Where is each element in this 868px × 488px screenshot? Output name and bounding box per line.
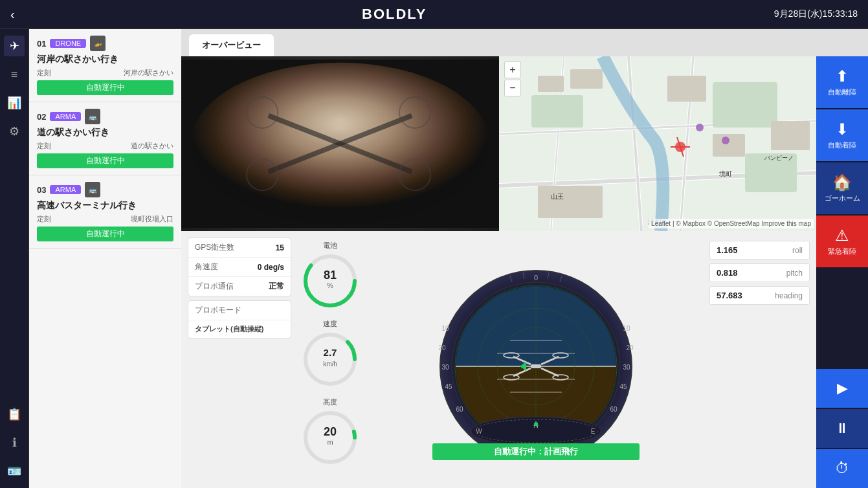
emergency-label: 緊急着陸 bbox=[828, 247, 856, 256]
svg-rect-29 bbox=[771, 121, 810, 150]
fleet-status-01: 自動運行中 bbox=[37, 80, 173, 95]
go-home-button[interactable]: 🏠 ゴーホーム bbox=[816, 162, 868, 214]
fleet-route-01: 河岸の駅さかい行き bbox=[37, 54, 173, 65]
gps-card: GPS衛生数 15 角速度 0 deg/s プロポ通信 bbox=[188, 238, 291, 296]
svg-rect-23 bbox=[713, 82, 777, 128]
svg-text:20: 20 bbox=[324, 425, 337, 438]
sidebar-item-settings[interactable]: ⚙ bbox=[4, 121, 25, 142]
sidebar-item-info[interactable]: ℹ bbox=[4, 432, 25, 453]
fleet-item-03[interactable]: 03 ARMA 🚌 高速バスターミナル行き 定刻 境町役場入口 自動運行中 bbox=[29, 175, 181, 249]
fleet-type-01: DRONE bbox=[50, 39, 86, 48]
content-area: オーバービュー bbox=[181, 29, 868, 488]
fleet-status-02: 自動運行中 bbox=[37, 153, 173, 168]
svg-rect-28 bbox=[713, 134, 745, 157]
svg-text:60: 60 bbox=[610, 406, 618, 413]
svg-rect-84 bbox=[531, 364, 541, 368]
video-placeholder bbox=[181, 56, 499, 231]
svg-text:60: 60 bbox=[456, 406, 463, 413]
sidebar-item-list[interactable]: ≡ bbox=[4, 64, 25, 85]
svg-text:30: 30 bbox=[441, 364, 449, 371]
fleet-icon-02: 🚌 bbox=[85, 109, 100, 124]
speed-svg: 2.7 km/h bbox=[301, 330, 359, 388]
svg-text:W: W bbox=[476, 428, 482, 435]
fleet-icon-03: 🚌 bbox=[85, 182, 100, 197]
takeoff-label: 自動離陸 bbox=[828, 88, 856, 96]
landing-icon: ⬇ bbox=[836, 120, 849, 139]
rph-panel: 1.165 roll 0.818 pitch 57.683 heading bbox=[709, 238, 810, 482]
sidebar-item-id[interactable]: 🪪 bbox=[4, 461, 25, 482]
fleet-num-02: 02 bbox=[37, 112, 46, 122]
svg-text:%: % bbox=[327, 282, 333, 289]
map-attribution: Leaflet | © Mapbox © OpenStreetMap Impro… bbox=[649, 219, 814, 228]
fleet-num-01: 01 bbox=[37, 39, 46, 49]
probo-mode-value: タブレット(自動操縦) bbox=[195, 324, 263, 334]
roll-label: roll bbox=[792, 246, 803, 255]
sidebar-item-drone[interactable]: ✈ bbox=[4, 36, 25, 56]
map-placeholder: 境町 山王 境町 バンビーノ + − Leaflet | © bbox=[499, 56, 816, 231]
pause-icon: ⏸ bbox=[835, 420, 849, 437]
svg-text:20: 20 bbox=[626, 344, 634, 351]
compass-display: N W E bbox=[471, 417, 601, 445]
svg-point-33 bbox=[722, 137, 729, 144]
svg-text:10: 10 bbox=[623, 325, 630, 332]
battery-gauge: 電池 81 % bbox=[301, 241, 359, 313]
speed-label: 速度 bbox=[301, 319, 359, 329]
svg-point-32 bbox=[696, 124, 704, 131]
pitch-row: 0.818 pitch bbox=[709, 263, 810, 282]
fleet-num-03: 03 bbox=[37, 185, 46, 195]
status-bar: 自動運行中：計画飛行 bbox=[432, 443, 640, 460]
fleet-schedule-02: 定刻 道の駅さかい bbox=[37, 141, 173, 151]
horizon-area: 0 10 20 30 45 60 10 20 30 bbox=[369, 238, 703, 482]
auto-landing-button[interactable]: ⬇ 自動着陸 bbox=[816, 109, 868, 161]
svg-rect-30 bbox=[538, 186, 603, 218]
zoom-in-button[interactable]: + bbox=[504, 61, 521, 78]
header: ‹ BOLDLY 9月28日(水)15:33:18 bbox=[0, 0, 868, 29]
angular-speed-label: 角速度 bbox=[195, 261, 218, 272]
fleet-route-03: 高速バスターミナル行き bbox=[37, 200, 173, 212]
probo-mode-card: プロボモード タブレット(自動操縦) bbox=[188, 300, 291, 338]
probo-mode-label: プロボモード bbox=[195, 305, 241, 316]
zoom-out-button[interactable]: − bbox=[504, 80, 521, 96]
fleet-schedule-03: 定刻 境町役場入口 bbox=[37, 214, 173, 224]
svg-text:0: 0 bbox=[534, 274, 538, 282]
fleet-item-01[interactable]: 01 DRONE 🚁 河岸の駅さかい行き 定刻 河岸の駅さかい 自動運行中 bbox=[29, 29, 181, 102]
svg-text:山王: 山王 bbox=[551, 193, 564, 200]
svg-text:バンビーノ: バンビーノ bbox=[764, 155, 794, 161]
video-svg bbox=[181, 56, 499, 231]
tab-overview[interactable]: オーバービュー bbox=[189, 34, 274, 56]
pitch-value: 0.818 bbox=[717, 268, 738, 278]
emergency-icon: ⚠ bbox=[835, 227, 849, 245]
svg-text:km/h: km/h bbox=[323, 360, 337, 368]
go-home-label: ゴーホーム bbox=[825, 194, 860, 203]
pause-button[interactable]: ⏸ bbox=[816, 409, 868, 448]
gauge-button[interactable]: ⏱ bbox=[816, 449, 868, 488]
map-controls: + − bbox=[504, 61, 521, 96]
heading-label: heading bbox=[775, 291, 803, 300]
video-feed bbox=[181, 56, 499, 231]
datetime-display: 9月28日(水)15:33:18 bbox=[774, 8, 858, 20]
svg-text:30: 30 bbox=[623, 364, 630, 371]
gauge-icon: ⏱ bbox=[835, 460, 849, 477]
gauges-area: 電池 81 % 速度 bbox=[298, 238, 362, 482]
sidebar-item-chart[interactable]: 📊 bbox=[4, 93, 25, 113]
svg-text:81: 81 bbox=[324, 269, 337, 282]
sidebar-item-document[interactable]: 📋 bbox=[4, 404, 25, 425]
probo-comm-label: プロポ通信 bbox=[195, 281, 234, 292]
speed-gauge: 速度 2.7 km/h bbox=[301, 319, 359, 391]
gps-label: GPS衛生数 bbox=[195, 242, 234, 253]
roll-value: 1.165 bbox=[717, 245, 738, 255]
auto-takeoff-button[interactable]: ⬆ 自動離陸 bbox=[816, 56, 868, 108]
gps-value: 15 bbox=[276, 243, 284, 252]
svg-text:m: m bbox=[327, 438, 333, 446]
emergency-landing-button[interactable]: ⚠ 緊急着陸 bbox=[816, 216, 868, 267]
heading-row: 57.683 heading bbox=[709, 286, 810, 305]
home-icon: 🏠 bbox=[832, 173, 852, 192]
video-map-area: 境町 山王 境町 バンビーノ + − Leaflet | © bbox=[181, 56, 816, 488]
main-content: 境町 山王 境町 バンビーノ + − Leaflet | © bbox=[181, 56, 868, 488]
video-map-row: 境町 山王 境町 バンビーノ + − Leaflet | © bbox=[181, 56, 816, 231]
battery-svg: 81 % bbox=[301, 252, 359, 310]
play-button[interactable]: ▶ bbox=[816, 369, 868, 408]
fleet-item-02[interactable]: 02 ARMA 🚌 道の駅さかい行き 定刻 道の駅さかい 自動運行中 bbox=[29, 102, 181, 175]
back-button[interactable]: ‹ bbox=[10, 7, 15, 22]
heading-value: 57.683 bbox=[717, 291, 742, 300]
